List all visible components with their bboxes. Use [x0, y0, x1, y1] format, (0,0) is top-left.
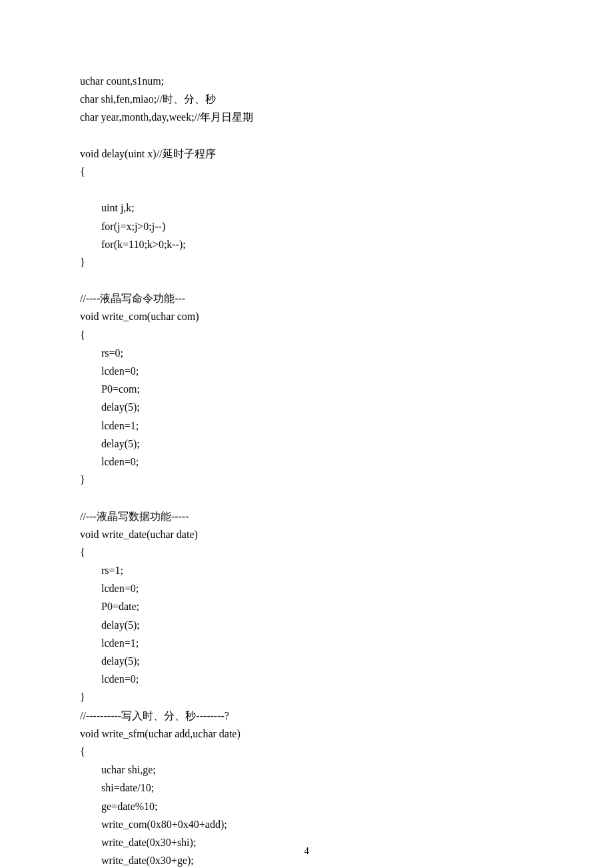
document-page: uchar count,s1num; char shi,fen,miao;//时… [0, 0, 613, 868]
code-block: uchar count,s1num; char shi,fen,miao;//时… [80, 72, 533, 868]
page-number: 4 [0, 843, 613, 860]
